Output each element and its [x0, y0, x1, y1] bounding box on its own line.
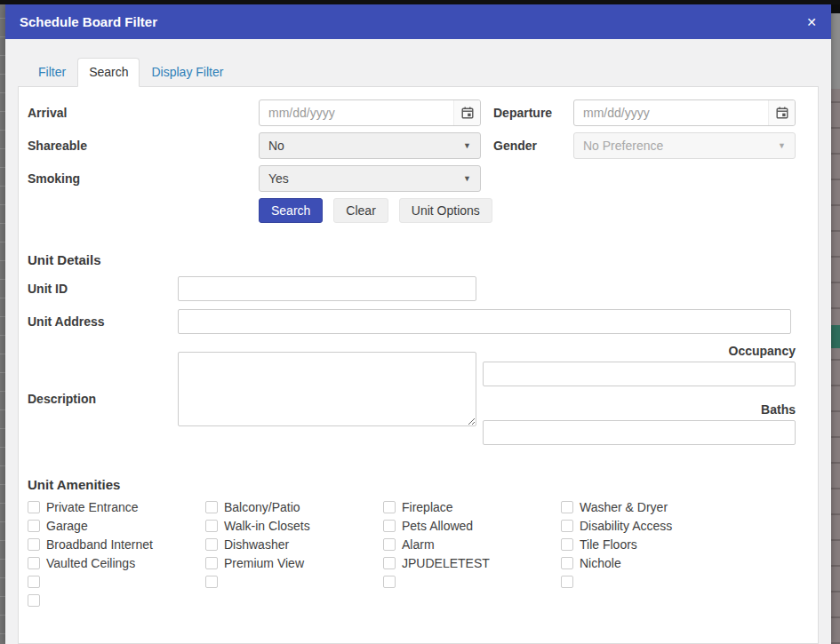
checkbox-icon[interactable]: [205, 557, 218, 569]
baths-label: Baths: [761, 402, 796, 417]
amenity-alarm[interactable]: Alarm: [383, 538, 561, 551]
checkbox-icon[interactable]: [383, 538, 396, 551]
checkbox-icon[interactable]: [28, 538, 40, 551]
checkbox-icon[interactable]: [383, 501, 396, 513]
unit-amenities-heading: Unit Amenities: [28, 477, 809, 492]
row-buttons: Search Clear Unit Options: [28, 198, 809, 223]
arrival-label: Arrival: [28, 106, 259, 120]
tab-filter[interactable]: Filter: [27, 58, 77, 87]
shareable-label: Shareable: [28, 139, 259, 153]
amenity-unnamed[interactable]: [383, 576, 561, 588]
amenity-unnamed[interactable]: [205, 576, 383, 588]
checkbox-icon[interactable]: [205, 501, 218, 513]
baths-input[interactable]: [483, 420, 796, 445]
background-page-top-strip: [0, 0, 840, 4]
checkbox-icon[interactable]: [383, 576, 396, 588]
amenity-balcony-patio[interactable]: Balcony/Patio: [205, 501, 383, 513]
amenity-nichole[interactable]: Nichole: [561, 557, 739, 569]
row-shareable-gender: Shareable No ▼ Gender No Preference ▼: [28, 132, 809, 159]
checkbox-icon[interactable]: [28, 576, 40, 588]
amenities-column-2: Balcony/Patio Walk-in Closets Dishwasher…: [205, 501, 383, 613]
departure-label: Departure: [493, 106, 573, 120]
shareable-select[interactable]: No ▼: [259, 132, 481, 159]
occupancy-label: Occupancy: [729, 344, 796, 358]
description-textarea[interactable]: [178, 352, 476, 426]
occupancy-input[interactable]: [483, 362, 796, 386]
amenity-dishwasher[interactable]: Dishwasher: [205, 538, 383, 551]
checkbox-icon[interactable]: [383, 557, 396, 569]
amenity-vaulted-ceilings[interactable]: Vaulted Ceilings: [28, 557, 205, 569]
shareable-select-value: No: [268, 139, 284, 153]
amenities-column-1: Private Entrance Garage Broadband Intern…: [28, 501, 205, 613]
row-unit-id: Unit ID: [28, 276, 809, 301]
unit-id-input[interactable]: [178, 276, 476, 301]
checkbox-icon[interactable]: [561, 557, 573, 569]
modal-header: Schedule Board Filter ✕: [5, 4, 831, 39]
amenity-disability-access[interactable]: Disability Access: [561, 520, 739, 532]
departure-date-input[interactable]: [573, 99, 796, 126]
background-block-green: [831, 325, 840, 348]
checkbox-icon[interactable]: [205, 538, 218, 551]
schedule-board-filter-modal: Schedule Board Filter ✕ Filter Search Di…: [5, 4, 831, 644]
checkbox-icon[interactable]: [28, 520, 40, 532]
unit-amenities-grid: Private Entrance Garage Broadband Intern…: [28, 501, 809, 613]
search-tab-panel: Arrival Departure: [18, 86, 819, 644]
checkbox-icon[interactable]: [205, 520, 218, 532]
search-button[interactable]: Search: [259, 198, 323, 223]
checkbox-icon[interactable]: [383, 520, 396, 532]
checkbox-icon[interactable]: [561, 576, 573, 588]
tab-search[interactable]: Search: [77, 58, 140, 87]
arrival-date-field: [259, 99, 481, 126]
tab-display-filter[interactable]: Display Filter: [140, 58, 235, 87]
occupancy-baths-column: Occupancy Baths: [476, 344, 809, 445]
gender-label: Gender: [493, 139, 573, 153]
amenity-unnamed[interactable]: [28, 576, 205, 588]
description-label: Description: [28, 392, 178, 406]
chevron-down-icon: ▼: [778, 141, 786, 150]
amenities-column-4: Washer & Dryer Disability Access Tile Fl…: [561, 501, 739, 613]
calendar-icon[interactable]: [768, 100, 795, 125]
unit-details-heading: Unit Details: [28, 252, 809, 267]
amenity-fireplace[interactable]: Fireplace: [383, 501, 561, 513]
amenity-unnamed[interactable]: [28, 594, 205, 607]
gender-select-value: No Preference: [583, 139, 663, 153]
amenity-unnamed[interactable]: [561, 576, 739, 588]
modal-body: Filter Search Display Filter Arrival: [5, 39, 831, 644]
calendar-icon[interactable]: [453, 100, 480, 125]
background-page-right-strip: [831, 0, 840, 644]
clear-button[interactable]: Clear: [333, 198, 388, 223]
checkbox-icon[interactable]: [205, 576, 218, 588]
amenity-washer-dryer[interactable]: Washer & Dryer: [561, 501, 739, 513]
amenity-broadband-internet[interactable]: Broadband Internet: [28, 538, 205, 551]
checkbox-icon[interactable]: [28, 501, 40, 513]
unit-id-label: Unit ID: [28, 282, 178, 296]
smoking-select[interactable]: Yes ▼: [259, 165, 481, 192]
row-description: Description Occupancy Baths: [28, 352, 809, 445]
amenity-pets-allowed[interactable]: Pets Allowed: [383, 520, 561, 532]
row-arrival-departure: Arrival Departure: [28, 99, 809, 126]
chevron-down-icon: ▼: [463, 141, 471, 150]
amenity-private-entrance[interactable]: Private Entrance: [28, 501, 205, 513]
unit-address-input[interactable]: [178, 309, 791, 334]
checkbox-icon[interactable]: [561, 520, 573, 532]
chevron-down-icon: ▼: [463, 174, 471, 183]
amenity-tile-floors[interactable]: Tile Floors: [561, 538, 739, 551]
checkbox-icon[interactable]: [561, 501, 573, 513]
amenity-garage[interactable]: Garage: [28, 520, 205, 532]
row-unit-address: Unit Address: [28, 309, 809, 334]
amenity-premium-view[interactable]: Premium View: [205, 557, 383, 569]
background-block-grey: [831, 13, 840, 89]
modal-title: Schedule Board Filter: [20, 14, 157, 29]
unit-options-button[interactable]: Unit Options: [399, 198, 492, 223]
checkbox-icon[interactable]: [28, 557, 40, 569]
smoking-label: Smoking: [28, 171, 259, 186]
smoking-select-value: Yes: [268, 171, 289, 186]
checkbox-icon[interactable]: [28, 594, 40, 607]
arrival-date-input[interactable]: [259, 99, 481, 126]
close-icon[interactable]: ✕: [806, 16, 817, 28]
row-smoking: Smoking Yes ▼: [28, 165, 809, 192]
amenity-walk-in-closets[interactable]: Walk-in Closets: [205, 520, 383, 532]
departure-date-field: [573, 99, 796, 126]
checkbox-icon[interactable]: [561, 538, 573, 551]
amenity-jpudeletest[interactable]: JPUDELETEST: [383, 557, 561, 569]
